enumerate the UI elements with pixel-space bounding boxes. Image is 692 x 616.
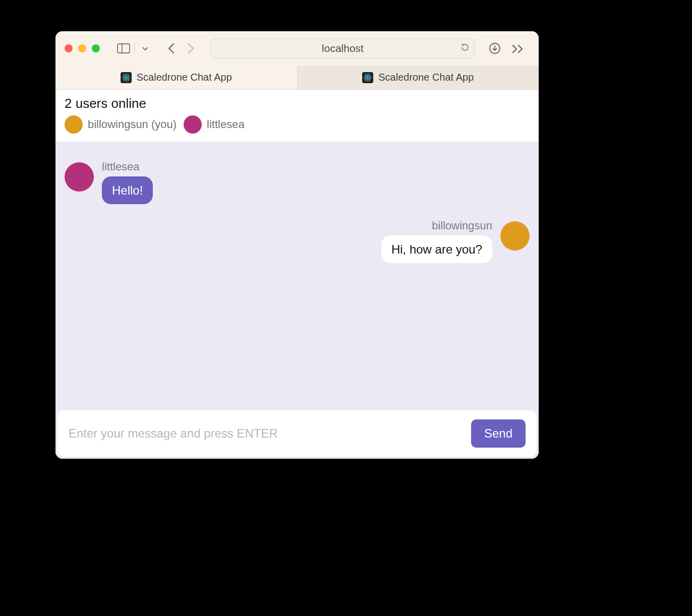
separator [134,43,135,54]
message-row: littlesea Hello! [65,160,530,204]
traffic-lights [65,44,100,52]
chat-app-content: 2 users online billowingsun (you) little… [55,90,539,459]
avatar [65,162,94,192]
message-sender: littlesea [102,160,153,173]
avatar [184,115,202,134]
browser-window: localhost [55,31,539,459]
user-chip: billowingsun (you) [65,115,177,134]
users-online-count: 2 users online [65,96,530,111]
message-bubble: Hello! [102,176,153,204]
online-status-bar: 2 users online billowingsun (you) little… [55,90,539,142]
messages-area[interactable]: littlesea Hello! billowingsun Hi, how ar… [55,142,539,410]
zoom-window-button[interactable] [92,44,100,52]
user-name: billowingsun (you) [88,118,177,131]
users-online-list: billowingsun (you) littlesea [65,115,530,134]
reload-icon[interactable] [460,42,470,54]
address-bar[interactable]: localhost [210,38,475,58]
avatar [65,115,83,134]
tab-title: Scaledrone Chat App [137,72,232,83]
svg-point-8 [367,77,369,78]
message-sender: billowingsun [432,219,492,232]
tab-group-menu-button[interactable] [137,40,154,57]
downloads-button[interactable] [486,40,503,57]
tab-title: Scaledrone Chat App [378,72,474,83]
sidebar-toggle-button[interactable] [115,40,132,57]
svg-point-4 [125,77,127,78]
address-text: localhost [322,42,364,54]
send-button[interactable]: Send [471,419,526,448]
overflow-menu-button[interactable] [507,40,530,57]
tab-0[interactable]: Scaledrone Chat App [55,66,298,89]
back-button[interactable] [163,40,180,57]
message-composer: Send [57,410,537,457]
react-icon [121,72,132,83]
minimize-window-button[interactable] [78,44,86,52]
avatar [500,221,530,251]
message-row: billowingsun Hi, how are you? [65,219,530,263]
message-input[interactable] [69,426,463,441]
svg-rect-0 [118,44,130,53]
titlebar: localhost [55,31,539,66]
forward-button[interactable] [182,40,199,57]
user-name: littlesea [207,118,245,131]
message-bubble: Hi, how are you? [381,235,492,263]
user-chip: littlesea [184,115,245,134]
close-window-button[interactable] [65,44,73,52]
tab-bar: Scaledrone Chat App Scaledrone Chat App [55,66,539,90]
react-icon [362,72,373,83]
tab-1[interactable]: Scaledrone Chat App [298,66,539,89]
